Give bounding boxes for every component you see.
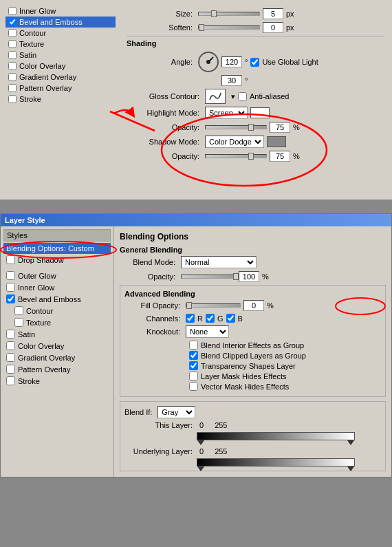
blending-options-item[interactable]: Blending Options: Custom [3, 243, 111, 254]
stroke-item[interactable]: Stroke [3, 375, 111, 387]
blend-clipped-row[interactable]: Blend Clipped Layers as Group [189, 351, 381, 360]
sidebar-item-pattern-overlay[interactable]: Pattern Overlay [6, 83, 116, 94]
shadow-color-swatch[interactable] [267, 136, 286, 147]
window-title: Layer Style [1, 214, 391, 226]
opacity-value[interactable] [239, 271, 259, 282]
blend-clipped-checkbox[interactable] [189, 351, 198, 360]
channel-g-checkbox[interactable] [206, 314, 215, 323]
sidebar-item-texture[interactable]: Texture [6, 39, 116, 50]
shading-title: Shading [127, 39, 384, 47]
soften-thumb[interactable] [199, 24, 204, 31]
blend-mode-dropdown[interactable]: Normal Multiply Screen [181, 256, 257, 268]
sidebar-item-contour[interactable]: Contour [6, 28, 116, 39]
inner-glow-checkbox[interactable] [8, 7, 17, 15]
outer-glow-checkbox[interactable] [6, 271, 15, 280]
texture-item[interactable]: Texture [3, 317, 111, 328]
size-value[interactable] [263, 8, 283, 19]
contour-item[interactable]: Contour [3, 305, 111, 317]
soften-slider[interactable] [198, 25, 260, 30]
shadow-opacity-thumb[interactable] [248, 153, 254, 160]
channel-b-checkbox[interactable] [226, 314, 235, 323]
bevel-emboss-checkbox-bottom[interactable] [6, 294, 15, 303]
contour-picker[interactable] [205, 89, 226, 104]
layer-mask-hides-row[interactable]: Layer Mask Hides Effects [189, 372, 381, 380]
shadow-opacity-value[interactable] [270, 151, 290, 162]
channel-r-checkbox[interactable] [186, 314, 195, 323]
drop-shadow-item[interactable]: Drop Shadow [3, 254, 111, 266]
advanced-blending-box: Advanced Blending Fill Opacity: % Channe… [120, 285, 386, 397]
gradient-overlay-checkbox-bottom[interactable] [6, 353, 15, 362]
highlight-opacity-thumb[interactable] [248, 124, 254, 131]
outer-glow-item[interactable]: Outer Glow [3, 270, 111, 281]
opacity-thumb[interactable] [233, 273, 239, 280]
blend-if-dropdown[interactable]: Gray Red Green Blue [157, 406, 195, 418]
vector-mask-hides-row[interactable]: Vector Mask Hides Effects [189, 382, 381, 391]
highlight-opacity-row: Opacity: % [127, 122, 384, 133]
this-layer-left-handle[interactable] [197, 440, 204, 445]
highlight-mode-dropdown[interactable]: Screen Normal Multiply [205, 107, 248, 119]
bottom-main-content: Blending Options General Blending Blend … [114, 226, 391, 477]
sidebar-item-bevel-emboss[interactable]: Bevel and Emboss [6, 17, 116, 28]
satin-checkbox[interactable] [8, 51, 17, 59]
satin-checkbox-bottom[interactable] [6, 330, 15, 339]
shadow-opacity-slider[interactable] [205, 154, 267, 158]
altitude-row: ° [127, 75, 384, 86]
soften-value[interactable] [263, 22, 283, 33]
vector-mask-hides-checkbox[interactable] [189, 382, 198, 391]
color-overlay-checkbox-bottom[interactable] [6, 341, 15, 350]
stroke-checkbox-bottom[interactable] [6, 376, 15, 385]
fill-opacity-label: Fill Opacity: [124, 301, 183, 310]
stroke-checkbox[interactable] [8, 95, 17, 103]
this-layer-right-handle[interactable] [347, 440, 354, 445]
knockout-dropdown[interactable]: None Shallow Deep [186, 325, 229, 338]
sidebar-item-color-overlay[interactable]: Color Overlay [6, 61, 116, 72]
satin-item[interactable]: Satin [3, 328, 111, 340]
fill-opacity-thumb[interactable] [186, 302, 192, 309]
texture-checkbox[interactable] [8, 40, 17, 48]
bevel-emboss-checkbox[interactable] [8, 18, 17, 26]
contour-checkbox-bottom[interactable] [14, 306, 23, 315]
gradient-overlay-checkbox[interactable] [8, 73, 17, 81]
shadow-mode-dropdown[interactable]: Color Dodge Normal Multiply [205, 136, 264, 148]
transparency-shapes-checkbox[interactable] [189, 361, 198, 370]
layer-mask-hides-checkbox[interactable] [189, 372, 198, 380]
angle-widget[interactable] [198, 52, 219, 72]
angle-value[interactable] [221, 56, 242, 67]
fill-opacity-slider[interactable] [186, 303, 241, 308]
anti-aliased-checkbox[interactable] [238, 92, 247, 101]
sidebar-item-gradient-overlay[interactable]: Gradient Overlay [6, 72, 116, 83]
drop-shadow-checkbox[interactable] [6, 255, 15, 264]
texture-checkbox-bottom[interactable] [14, 318, 23, 327]
underlying-right-handle[interactable] [347, 466, 354, 471]
highlight-opacity-slider[interactable] [205, 125, 267, 129]
styles-header[interactable]: Styles [3, 229, 111, 242]
size-thumb[interactable] [211, 10, 217, 17]
color-overlay-item[interactable]: Color Overlay [3, 340, 111, 352]
fill-opacity-value[interactable] [243, 300, 264, 311]
styles-label: Styles [7, 231, 28, 239]
use-global-light-checkbox[interactable] [250, 58, 259, 67]
underlying-left-handle[interactable] [197, 466, 204, 471]
color-overlay-checkbox[interactable] [8, 62, 17, 70]
sidebar-item-satin[interactable]: Satin [6, 50, 116, 61]
sidebar-item-inner-glow[interactable]: Inner Glow [6, 6, 116, 17]
transparency-shapes-row[interactable]: Transparency Shapes Layer [189, 361, 381, 370]
dropdown-arrow-contour[interactable]: ▾ [231, 92, 235, 101]
bevel-emboss-item[interactable]: Bevel and Emboss [3, 293, 111, 305]
altitude-value[interactable] [221, 75, 242, 86]
blend-interior-checkbox[interactable] [189, 341, 198, 350]
pattern-overlay-checkbox-bottom[interactable] [6, 365, 15, 374]
inner-glow-item[interactable]: Inner Glow [3, 281, 111, 293]
size-slider[interactable] [198, 12, 260, 16]
pattern-overlay-item[interactable]: Pattern Overlay [3, 363, 111, 375]
pattern-overlay-checkbox[interactable] [8, 84, 17, 92]
contour-checkbox[interactable] [8, 29, 17, 37]
highlight-color-swatch[interactable] [250, 107, 270, 118]
gradient-overlay-item[interactable]: Gradient Overlay [3, 352, 111, 363]
sidebar-item-stroke[interactable]: Stroke [6, 94, 116, 105]
inner-glow-checkbox-bottom[interactable] [6, 283, 15, 292]
blend-mode-label: Blend Mode: [120, 258, 178, 266]
highlight-opacity-value[interactable] [270, 122, 290, 133]
opacity-slider[interactable] [181, 275, 236, 279]
blend-interior-row[interactable]: Blend Interior Effects as Group [189, 341, 381, 350]
